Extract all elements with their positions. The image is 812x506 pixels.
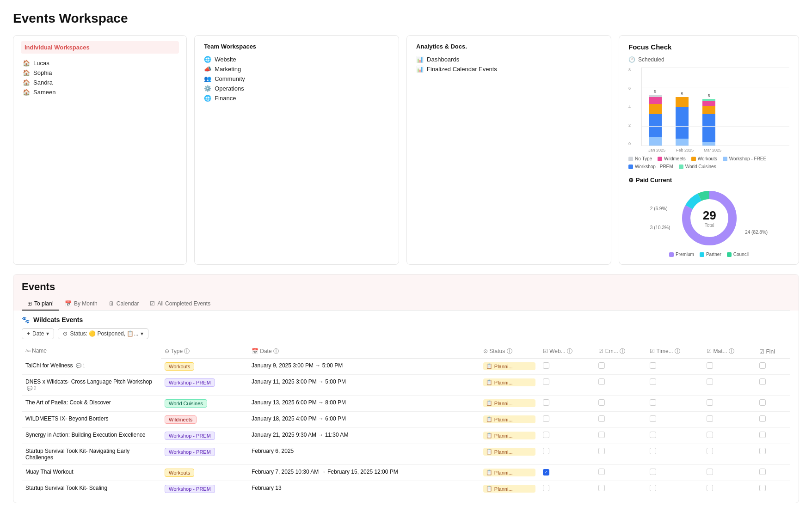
event-web[interactable] [539, 444, 595, 465]
workspace-item-finalized-calendar[interactable]: 📊 Finalized Calendar Events [416, 64, 602, 74]
workspace-item-community[interactable]: 👥 Community [204, 74, 389, 84]
checkbox[interactable] [759, 362, 766, 369]
tab-to-plan[interactable]: ⊞ To plan! [22, 298, 59, 311]
event-em[interactable] [595, 396, 646, 412]
checkbox[interactable] [707, 432, 713, 438]
event-mat[interactable] [703, 444, 756, 465]
event-fini[interactable] [756, 428, 790, 444]
workspace-item-sandra[interactable]: 🏠 Sandra [23, 78, 177, 87]
checkbox[interactable] [707, 378, 713, 385]
checkbox[interactable] [543, 415, 549, 422]
checkbox[interactable] [759, 485, 766, 491]
event-fini[interactable] [756, 375, 790, 396]
checkbox[interactable] [759, 448, 766, 454]
checkbox[interactable] [598, 485, 605, 491]
event-em[interactable] [595, 428, 646, 444]
event-web[interactable] [539, 375, 595, 396]
checkbox[interactable] [598, 415, 605, 422]
event-mat[interactable] [703, 375, 756, 396]
event-web[interactable]: ✓ [539, 465, 595, 481]
checkbox[interactable] [759, 399, 766, 406]
checkbox[interactable] [650, 485, 656, 491]
checkbox[interactable] [543, 399, 549, 406]
checkbox[interactable] [650, 432, 656, 438]
checkbox[interactable] [598, 378, 605, 385]
event-time[interactable] [646, 359, 703, 375]
event-time[interactable] [646, 428, 703, 444]
checkbox[interactable] [543, 485, 549, 491]
checkbox[interactable] [650, 415, 656, 422]
tab-by-month[interactable]: 📅 By Month [59, 298, 103, 311]
event-em[interactable] [595, 465, 646, 481]
workspace-item-lucas[interactable]: 🏠 Lucas [23, 58, 177, 68]
event-mat[interactable] [703, 481, 756, 497]
workspace-item-marketing[interactable]: 📣 Marketing [204, 64, 389, 74]
event-em[interactable] [595, 412, 646, 428]
checkbox[interactable] [598, 399, 605, 406]
event-time[interactable] [646, 481, 703, 497]
event-mat[interactable] [703, 359, 756, 375]
checkbox[interactable] [543, 378, 549, 385]
event-fini[interactable] [756, 412, 790, 428]
event-mat[interactable] [703, 465, 756, 481]
event-mat[interactable] [703, 412, 756, 428]
event-mat[interactable] [703, 428, 756, 444]
checkbox[interactable] [759, 432, 766, 438]
event-em[interactable] [595, 375, 646, 396]
checkbox[interactable] [707, 415, 713, 422]
checkbox[interactable] [650, 448, 656, 454]
chart-legend: No Type Wildmeets Workouts Workshop - FR… [628, 156, 789, 169]
workspace-item-sameen[interactable]: 🏠 Sameen [23, 87, 177, 97]
checkbox[interactable] [759, 469, 766, 475]
event-em[interactable] [595, 444, 646, 465]
checkbox[interactable] [707, 448, 713, 454]
checkbox[interactable] [543, 362, 549, 369]
checkbox[interactable] [707, 485, 713, 491]
event-mat[interactable] [703, 396, 756, 412]
workspace-item-finance[interactable]: 🌐 Finance [204, 93, 389, 103]
event-time[interactable] [646, 412, 703, 428]
event-fini[interactable] [756, 359, 790, 375]
legend-workshop-prem: Workshop - PREM [628, 164, 673, 169]
checkbox[interactable] [650, 469, 656, 475]
tab-calendar[interactable]: 🗓 Calendar [103, 298, 145, 311]
workspace-item-website[interactable]: 🌐 Website [204, 55, 389, 64]
checkbox[interactable] [598, 432, 605, 438]
event-web[interactable] [539, 359, 595, 375]
event-fini[interactable] [756, 465, 790, 481]
checkbox[interactable] [707, 362, 713, 369]
checkbox[interactable] [759, 378, 766, 385]
event-time[interactable] [646, 465, 703, 481]
checkbox[interactable]: ✓ [543, 469, 549, 476]
checkbox[interactable] [598, 362, 605, 369]
event-fini[interactable] [756, 396, 790, 412]
event-em[interactable] [595, 481, 646, 497]
checkbox[interactable] [598, 448, 605, 454]
event-fini[interactable] [756, 481, 790, 497]
workspace-item-operations[interactable]: ⚙️ Operations [204, 84, 389, 93]
event-time[interactable] [646, 375, 703, 396]
checkbox[interactable] [598, 469, 605, 475]
event-fini[interactable] [756, 444, 790, 465]
checkbox[interactable] [543, 448, 549, 454]
event-time[interactable] [646, 444, 703, 465]
status-badge: 📋 Planni... [483, 362, 535, 370]
workspace-item-dashboards[interactable]: 📊 Dashboards [416, 55, 602, 64]
filter-date-button[interactable]: + Date ▾ [22, 328, 54, 339]
event-time[interactable] [646, 396, 703, 412]
checkbox[interactable] [707, 399, 713, 406]
event-web[interactable] [539, 412, 595, 428]
checkbox[interactable] [707, 469, 713, 475]
workspace-item-sophia[interactable]: 🏠 Sophia [23, 68, 177, 78]
event-web[interactable] [539, 481, 595, 497]
tab-all-completed[interactable]: ☑ All Completed Events [144, 298, 216, 311]
event-web[interactable] [539, 396, 595, 412]
event-web[interactable] [539, 428, 595, 444]
checkbox[interactable] [543, 432, 549, 438]
event-em[interactable] [595, 359, 646, 375]
checkbox[interactable] [650, 362, 656, 369]
filter-status-button[interactable]: ⊙ Status: 🟡 Postponed, 📋... ▾ [58, 328, 148, 339]
checkbox[interactable] [650, 399, 656, 406]
checkbox[interactable] [759, 415, 766, 422]
checkbox[interactable] [650, 378, 656, 385]
